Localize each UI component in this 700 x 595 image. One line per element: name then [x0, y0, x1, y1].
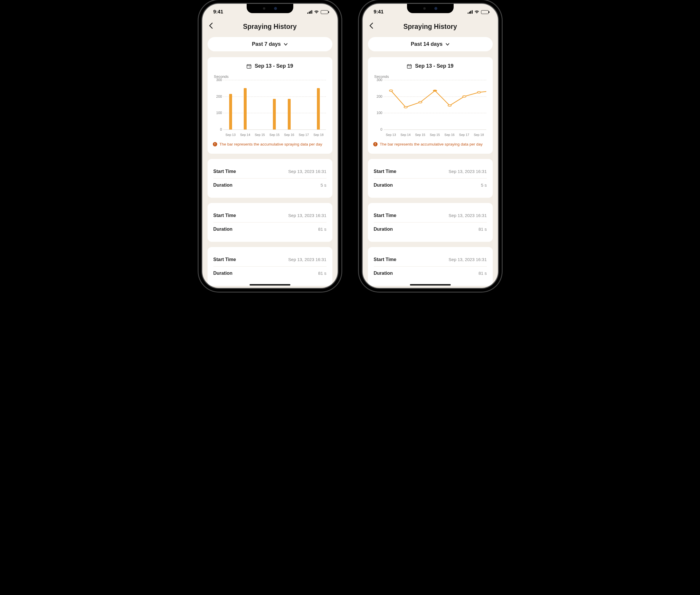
- notch: [246, 4, 293, 13]
- wifi-icon: [314, 10, 319, 14]
- svg-rect-5: [407, 64, 411, 68]
- history-entry-card[interactable]: Start TimeSep 13, 2023 16:31Duration5 s: [208, 159, 332, 198]
- svg-point-16: [477, 92, 480, 93]
- home-indicator[interactable]: [250, 284, 290, 286]
- start-time-label: Start Time: [213, 213, 236, 218]
- start-time-label: Start Time: [374, 213, 397, 218]
- chart-card: Sep 13 - Sep 19 Seconds 0100200300 Sep 1…: [368, 57, 493, 154]
- chart-x-tick: Sep 18: [313, 133, 324, 137]
- history-entry-card[interactable]: Start TimeSep 13, 2023 16:31Duration5 s: [368, 159, 493, 198]
- duration-value: 5 s: [320, 182, 326, 188]
- range-dropdown[interactable]: Past 7 days: [208, 37, 332, 51]
- date-range-text: Sep 13 - Sep 19: [415, 63, 454, 69]
- chart-note-text: The bar represents the accumulative spra…: [380, 142, 483, 147]
- duration-label: Duration: [213, 227, 233, 232]
- wifi-icon: [474, 10, 479, 14]
- chart-x-tick: Sep 16: [444, 133, 455, 137]
- calendar-icon: [246, 64, 252, 69]
- chart-note-text: The bar represents the accumulative spra…: [220, 142, 322, 147]
- duration-label: Duration: [374, 271, 393, 276]
- start-time-label: Start Time: [374, 257, 397, 262]
- start-time-label: Start Time: [213, 257, 236, 262]
- start-time-label: Start Time: [374, 169, 397, 174]
- duration-value: 81 s: [318, 227, 326, 232]
- svg-point-10: [389, 90, 392, 91]
- page-title: Spraying History: [369, 23, 492, 31]
- start-time-value: Sep 13, 2023 16:31: [449, 257, 487, 262]
- history-entry-card[interactable]: Start TimeSep 13, 2023 16:31Duration81 s: [208, 247, 332, 286]
- chart-x-tick: Sep 13: [225, 133, 236, 137]
- info-icon: !: [213, 142, 217, 146]
- duration-value: 81 s: [478, 271, 487, 276]
- chart-bar: [244, 88, 246, 130]
- chart-x-tick: Sep 14: [400, 133, 410, 137]
- chart-note: ! The bar represents the accumulative sp…: [373, 142, 488, 147]
- date-range-selector[interactable]: Sep 13 - Sep 19: [213, 63, 327, 69]
- chart-y-label: Seconds: [374, 74, 488, 79]
- history-entry-card[interactable]: Start TimeSep 13, 2023 16:31Duration81 s: [208, 203, 332, 242]
- svg-point-11: [404, 107, 407, 108]
- range-dropdown-label: Past 14 days: [411, 41, 443, 47]
- chart-plot-area: 0100200300: [384, 80, 486, 130]
- start-time-value: Sep 13, 2023 16:31: [449, 169, 487, 174]
- chart-x-tick: Sep 15: [269, 133, 280, 137]
- chart-x-tick: Sep 18: [474, 133, 484, 137]
- history-entry-card[interactable]: Start TimeSep 13, 2023 16:31Duration81 s: [368, 247, 493, 286]
- duration-label: Duration: [213, 182, 233, 188]
- svg-point-9: [410, 66, 410, 67]
- chart-bar: [317, 88, 320, 130]
- date-range-text: Sep 13 - Sep 19: [255, 63, 293, 69]
- range-dropdown-label: Past 7 days: [252, 41, 281, 47]
- battery-icon: [321, 10, 328, 14]
- chart-plot-area: 0100200300: [223, 80, 326, 130]
- status-time: 9:41: [374, 9, 384, 15]
- start-time-label: Start Time: [213, 169, 236, 174]
- chart-bar: [288, 99, 291, 130]
- chart-x-tick: Sep 17: [459, 133, 469, 137]
- chart-x-tick: Sep 13: [386, 133, 396, 137]
- battery-icon: [481, 10, 489, 14]
- duration-label: Duration: [374, 227, 393, 232]
- range-dropdown[interactable]: Past 14 days: [368, 37, 493, 51]
- start-time-value: Sep 13, 2023 16:31: [288, 257, 326, 262]
- svg-point-15: [462, 96, 466, 97]
- home-indicator[interactable]: [410, 284, 451, 286]
- svg-point-14: [448, 105, 451, 106]
- phone-frame-right: 9:41 Spraying History Past 14 days Sep 1…: [362, 3, 499, 289]
- chart-x-tick: Sep 15: [430, 133, 440, 137]
- start-time-value: Sep 13, 2023 16:31: [288, 213, 326, 218]
- chevron-down-icon: [445, 42, 449, 47]
- duration-value: 81 s: [318, 271, 326, 276]
- chevron-down-icon: [284, 42, 288, 47]
- duration-label: Duration: [374, 182, 393, 188]
- start-time-value: Sep 13, 2023 16:31: [288, 169, 326, 174]
- chart-x-ticks: Sep 13Sep 14Sep 15Sep 15Sep 16Sep 17Sep …: [223, 133, 326, 137]
- page-title: Spraying History: [209, 23, 331, 31]
- chart-x-tick: Sep 17: [299, 133, 309, 137]
- calendar-icon: [407, 64, 412, 69]
- chart-x-ticks: Sep 13Sep 14Sep 15Sep 15Sep 16Sep 17Sep …: [384, 133, 486, 137]
- cellular-icon: [468, 10, 473, 14]
- duration-value: 81 s: [478, 227, 487, 232]
- chart-x-tick: Sep 15: [415, 133, 426, 137]
- date-range-selector[interactable]: Sep 13 - Sep 19: [373, 63, 488, 69]
- notch: [407, 4, 454, 13]
- duration-label: Duration: [213, 271, 233, 276]
- svg-point-4: [250, 66, 250, 67]
- chart-bar: [229, 94, 232, 130]
- phone-frame-left: 9:41 Spraying History Past 7 days Sep 13…: [201, 3, 339, 289]
- chart-x-tick: Sep 14: [240, 133, 250, 137]
- info-icon: !: [373, 142, 378, 146]
- chart-bar: [273, 99, 276, 130]
- chart-x-tick: Sep 16: [284, 133, 294, 137]
- status-time: 9:41: [213, 9, 223, 15]
- chart-x-tick: Sep 15: [255, 133, 265, 137]
- chart-card: Sep 13 - Sep 19 Seconds 0100200300 Sep 1…: [208, 57, 332, 154]
- duration-value: 5 s: [481, 182, 487, 188]
- start-time-value: Sep 13, 2023 16:31: [449, 213, 487, 218]
- svg-point-12: [419, 102, 422, 103]
- history-entry-card[interactable]: Start TimeSep 13, 2023 16:31Duration81 s: [368, 203, 493, 242]
- chart-note: ! The bar represents the accumulative sp…: [213, 142, 327, 147]
- svg-rect-0: [247, 64, 251, 68]
- chart-y-label: Seconds: [214, 74, 327, 79]
